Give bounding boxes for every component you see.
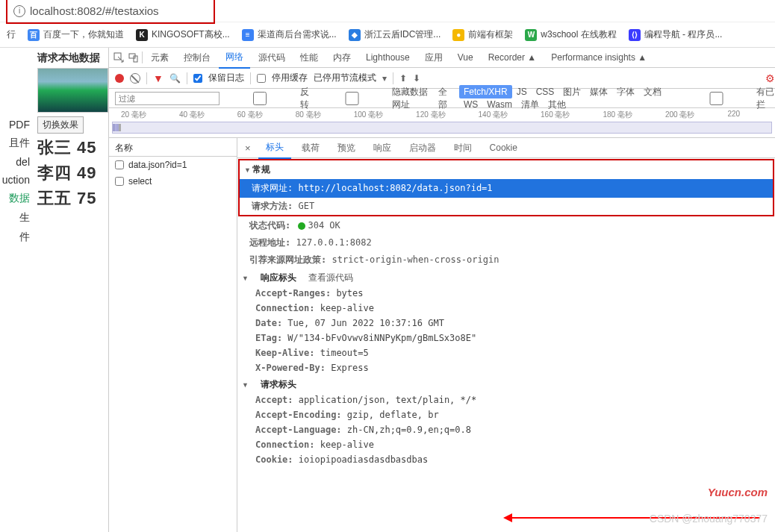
filter-type[interactable]: 字体 <box>612 85 639 98</box>
status-code-row: 状态代码: 304 OK <box>237 217 775 234</box>
settings-icon[interactable]: ⚙ <box>765 72 775 84</box>
devtools-tab[interactable]: 元素 <box>144 48 175 68</box>
bookmark-item[interactable]: 百百度一下，你就知道 <box>24 26 128 43</box>
status-dot-icon <box>298 222 305 230</box>
request-list-header: 名称 <box>109 138 237 157</box>
detail-tab[interactable]: 启动器 <box>402 138 443 158</box>
record-icon[interactable] <box>115 74 124 83</box>
bookmark-icon: ⟨⟩ <box>629 29 641 41</box>
remote-address-row: 远程地址: 127.0.0.1:8082 <box>237 234 775 251</box>
devtools-tab[interactable]: 网络 <box>219 47 250 69</box>
detail-tab[interactable]: 响应 <box>366 138 399 158</box>
request-item[interactable]: select <box>109 173 237 190</box>
bookmark-item[interactable]: ●前端有框架 <box>449 26 517 43</box>
detail-tab[interactable]: 载荷 <box>294 138 327 158</box>
device-toggle-icon[interactable] <box>127 51 140 64</box>
request-list: 名称 data.json?id=1select <box>109 138 237 532</box>
inspect-icon[interactable] <box>112 51 125 64</box>
download-icon[interactable]: ⬇ <box>413 73 420 84</box>
devtools-tab[interactable]: Lighthouse <box>359 48 417 66</box>
url-text: localhost:8082/#/testaxios <box>30 4 159 17</box>
detail-tabs: × 标头载荷预览响应启动器时间Cookie <box>237 138 775 158</box>
toggle-button[interactable]: 切换效果 <box>37 116 84 134</box>
bookmark-icon: K <box>136 29 148 41</box>
detail-tab[interactable]: 预览 <box>330 138 363 158</box>
filter-type[interactable]: 文档 <box>639 85 666 98</box>
request-item[interactable]: data.json?id=1 <box>109 157 237 173</box>
bookmark-item[interactable]: Ww3school 在线教程 <box>521 26 620 43</box>
filter-icon[interactable]: ▼ <box>153 72 164 84</box>
filter-type[interactable]: JS <box>512 85 532 98</box>
bookmark-item[interactable]: ◆浙江云盾IDC管理... <box>345 26 445 43</box>
clear-icon[interactable] <box>130 73 140 84</box>
detail-tab[interactable]: Cookie <box>482 139 525 157</box>
devtools-tab[interactable]: 内存 <box>326 48 358 68</box>
detail-tab[interactable]: 标头 <box>258 138 291 159</box>
preserve-log-label: 保留日志 <box>208 72 244 84</box>
bookmark-icon: ≡ <box>242 29 254 41</box>
wifi-icon[interactable]: ⬆ <box>399 73 407 84</box>
bookmark-icon: W <box>525 29 537 41</box>
request-url-row: 请求网址: http://localhost:8082/data.json?id… <box>240 179 773 198</box>
response-header-row: Keep-Alive: timeout=5 <box>237 345 775 360</box>
sidebar-item[interactable]: 数据 <box>0 192 30 205</box>
filter-type[interactable]: 图片 <box>558 85 585 98</box>
devtools-tab[interactable]: 性能 <box>293 48 325 68</box>
request-headers-title[interactable]: 请求标头 <box>237 375 775 392</box>
bookmark-item[interactable]: 行 <box>3 26 19 43</box>
filter-type[interactable]: CSS <box>532 85 559 98</box>
response-header-row: Connection: keep-alive <box>237 301 775 316</box>
devtools-tab[interactable]: 应用 <box>418 48 449 68</box>
invert-checkbox[interactable] <box>224 92 296 105</box>
request-header-row: Accept-Encoding: gzip, deflate, br <box>237 407 775 422</box>
watermark-csdn: CSDN @zhouang770377 <box>650 513 768 525</box>
sidebar-item[interactable]: 且件 <box>0 137 30 150</box>
request-header-row: Accept-Language: zh-CN,zh;q=0.9,en;q=0.8 <box>237 422 775 437</box>
throttling-select[interactable]: 已停用节流模式 <box>314 72 376 84</box>
response-header-row: Accept-Ranges: bytes <box>237 286 775 301</box>
sidebar-item[interactable]: del <box>0 156 30 168</box>
response-header-row: ETag: W/"134-bFvOvwv8iNNPyKpm/gBmLSx3o8E… <box>237 331 775 345</box>
filter-input[interactable] <box>115 92 220 105</box>
disable-cache-label: 停用缓存 <box>272 72 308 84</box>
response-headers-title[interactable]: 响应标头 查看源代码 <box>237 269 775 286</box>
bookmark-item[interactable]: ≡渠道商后台需求说... <box>238 26 340 43</box>
devtools-tab[interactable]: Performance insights ▲ <box>544 48 653 66</box>
sidebar-item[interactable]: 件 <box>0 231 30 244</box>
search-icon[interactable]: 🔍 <box>169 73 181 84</box>
detail-tab[interactable]: 时间 <box>446 138 479 158</box>
sidebar-item[interactable]: uction <box>0 174 30 186</box>
site-info-icon[interactable]: i <box>13 5 25 17</box>
devtools-tab[interactable]: 控制台 <box>177 48 217 68</box>
general-section-title[interactable]: 常规 <box>240 160 773 179</box>
bookmark-item[interactable]: KKINGOSOFT高校... <box>132 26 234 43</box>
view-source-link[interactable]: 查看源代码 <box>308 272 353 284</box>
network-filter-bar: 反转 隐藏数据网址 全部 Fetch/XHRJSCSS图片媒体字体文档WSWas… <box>109 89 775 108</box>
devtools-tab[interactable]: Recorder ▲ <box>482 48 544 66</box>
response-header-row: X-Powered-By: Express <box>237 360 775 375</box>
hide-data-checkbox[interactable] <box>317 92 388 105</box>
close-icon[interactable]: × <box>240 140 255 157</box>
preserve-log-checkbox[interactable] <box>193 74 202 83</box>
network-timeline[interactable]: 20 毫秒40 毫秒60 毫秒80 毫秒100 毫秒120 毫秒140 毫秒16… <box>109 108 775 138</box>
address-bar[interactable]: i localhost:8082/#/testaxios <box>0 0 775 22</box>
bookmark-icon: ◆ <box>349 29 361 41</box>
bookmark-icon: ● <box>452 29 464 41</box>
sidebar-menu: PDF且件deluction数据生件 <box>0 48 34 532</box>
devtools-tab[interactable]: Vue <box>451 48 480 66</box>
general-highlight-annotation: 常规 请求网址: http://localhost:8082/data.json… <box>238 159 774 216</box>
filter-type[interactable]: Fetch/XHR <box>459 85 512 98</box>
disable-cache-checkbox[interactable] <box>257 74 266 83</box>
filter-type[interactable]: 媒体 <box>585 85 612 98</box>
bookmark-icon: 百 <box>28 29 40 41</box>
data-row: 王五 75 <box>37 187 105 210</box>
sidebar-item[interactable]: PDF <box>0 119 30 131</box>
blocked-checkbox[interactable] <box>681 92 753 105</box>
request-header-row: Connection: keep-alive <box>237 437 775 452</box>
content-image <box>37 68 108 113</box>
bookmarks-bar: 行百百度一下，你就知道KKINGOSOFT高校...≡渠道商后台需求说...◆浙… <box>0 22 775 48</box>
devtools-tab[interactable]: 源代码 <box>252 48 292 68</box>
bookmark-item[interactable]: ⟨⟩编程导航 - 程序员... <box>625 26 726 43</box>
sidebar-item[interactable]: 生 <box>0 211 30 225</box>
devtools-panel: 元素控制台网络源代码性能内存Lighthouse应用VueRecorder ▲P… <box>108 48 775 532</box>
